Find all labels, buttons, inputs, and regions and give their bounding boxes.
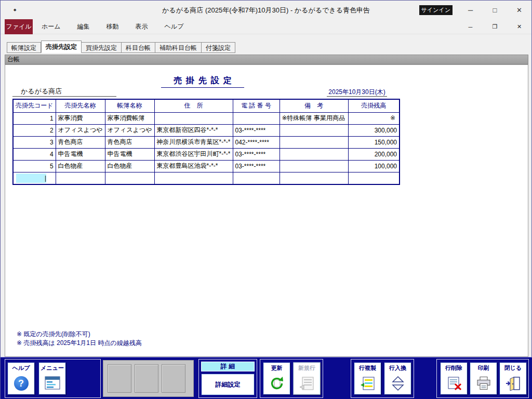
cell-phone[interactable]: 03-****-**** — [233, 124, 280, 136]
cell-name[interactable]: 青色商店 — [56, 136, 105, 148]
cell-balance[interactable]: 200,000 — [348, 148, 400, 160]
default-row-marker: ※ — [390, 114, 395, 122]
menu-edit[interactable]: 編集 — [75, 22, 92, 31]
tab-tag-settings[interactable]: 付箋設定 — [202, 42, 235, 53]
cell-note[interactable] — [280, 124, 348, 136]
new-row-button[interactable]: 新規行 — [293, 362, 321, 395]
table-row: 3 青色商店 青色商店 神奈川県横浜市青葉区*-*-* 042-****-***… — [13, 136, 400, 148]
detail-settings-button[interactable]: 詳細設定 — [201, 374, 255, 395]
help-button[interactable]: ヘルプ ? — [7, 362, 35, 395]
toolbar-group-help: ヘルプ ? メニュー — [5, 359, 101, 398]
new-code-cell[interactable]: | — [13, 172, 56, 184]
col-header-name: 売掛先名称 — [56, 99, 105, 112]
empty-slot — [135, 364, 158, 393]
company-name: かるがる商店 — [12, 87, 116, 97]
menu-home[interactable]: ホーム — [39, 22, 63, 31]
cell-balance[interactable]: 100,000 — [348, 160, 400, 172]
app-window: ◆ かるがる商店 (2025年(令和7年)10月30日) - かるがるできる青色… — [0, 0, 532, 399]
mdi-close-icon[interactable]: ✕ — [507, 19, 531, 34]
cell-address[interactable]: 神奈川県横浜市青葉区*-*-* — [154, 136, 233, 148]
menubar: ファイル ホーム 編集 移動 表示 ヘルプ ─ ❐ ✕ — [1, 19, 531, 34]
cell-name[interactable]: オフィスよつや — [56, 124, 105, 136]
cell-book[interactable]: 家事消費帳簿 — [105, 112, 154, 124]
mdi-restore-icon[interactable]: ❐ — [483, 19, 507, 34]
print-button[interactable]: 印刷 — [470, 362, 497, 395]
cell-code[interactable]: 1 — [13, 112, 56, 124]
cell-empty[interactable] — [233, 172, 280, 184]
cell-name[interactable]: 申告電機 — [56, 148, 105, 160]
duplicate-row-button[interactable]: 行複製 — [354, 362, 381, 395]
cell-code[interactable]: 4 — [13, 148, 56, 160]
table-row: 4 申告電機 申告電機 東京都渋谷区宇田川町*-*-* 03-****-****… — [13, 148, 400, 160]
swap-row-button[interactable]: 行入換 — [384, 362, 411, 395]
col-header-phone: 電 話 番 号 — [233, 99, 280, 112]
minimize-icon[interactable]: ─ — [458, 1, 483, 19]
cell-book[interactable]: 申告電機 — [105, 148, 154, 160]
col-header-note: 備 考 — [280, 99, 348, 112]
cell-note[interactable]: ※特殊帳簿 事業用商品 — [280, 112, 348, 124]
cell-empty[interactable] — [280, 172, 348, 184]
cell-code[interactable]: 3 — [13, 136, 56, 148]
cell-book[interactable]: 白色物産 — [105, 160, 154, 172]
window-controls: ─ □ ✕ — [458, 1, 531, 19]
cell-note[interactable] — [280, 148, 348, 160]
col-header-book: 帳簿名称 — [105, 99, 154, 112]
cell-empty[interactable] — [348, 172, 400, 184]
cell-code[interactable]: 2 — [13, 124, 56, 136]
cell-empty[interactable] — [105, 172, 154, 184]
menu-button[interactable]: メニュー — [38, 362, 66, 395]
menu-view[interactable]: 表示 — [134, 22, 150, 31]
signin-button[interactable]: サインイン — [419, 5, 453, 15]
detail-group-header: 詳 細 — [201, 362, 255, 371]
cell-phone[interactable] — [233, 112, 280, 124]
empty-slot — [108, 364, 131, 393]
cell-phone[interactable]: 03-****-**** — [233, 160, 280, 172]
col-header-code: 売掛先コード — [13, 99, 56, 112]
delete-row-icon — [446, 376, 462, 391]
content-panel: 売掛先設定 かるがる商店 2025年10月30日(木) 売掛先コード 売掛先名称… — [5, 64, 528, 357]
tab-ledger-settings[interactable]: 帳簿設定 — [7, 42, 41, 53]
cell-address[interactable]: 東京都渋谷区宇田川町*-*-* — [154, 148, 233, 160]
menu-move[interactable]: 移動 — [104, 22, 121, 31]
exit-door-icon — [506, 376, 521, 391]
cell-balance[interactable]: 150,000 — [348, 136, 400, 148]
cell-note[interactable] — [280, 160, 348, 172]
new-row-icon — [299, 376, 315, 391]
cell-code[interactable]: 5 — [13, 160, 56, 172]
cell-empty[interactable] — [154, 172, 233, 184]
cell-address[interactable]: 東京都新宿区四谷*-*-* — [154, 124, 233, 136]
table-header-row: 売掛先コード 売掛先名称 帳簿名称 住 所 電 話 番 号 備 考 売掛残高 — [13, 99, 400, 112]
cell-balance[interactable]: 300,000 — [348, 124, 400, 136]
tab-receivables-settings[interactable]: 売掛先設定 — [41, 41, 82, 53]
tab-account-ledger[interactable]: 科目台帳 — [122, 42, 155, 53]
tab-payables-settings[interactable]: 買掛先設定 — [82, 42, 122, 53]
cell-phone[interactable]: 03-****-**** — [233, 148, 280, 160]
cell-name[interactable]: 白色物産 — [56, 160, 105, 172]
menu-help[interactable]: ヘルプ — [163, 22, 186, 31]
cell-empty[interactable] — [56, 172, 105, 184]
duplicate-row-icon — [360, 376, 376, 391]
table-row: 5 白色物産 白色物産 東京都豊島区池袋*-*-* 03-****-**** 1… — [13, 160, 400, 172]
cell-book[interactable]: 青色商店 — [105, 136, 154, 148]
cell-name[interactable]: 家事消費 — [56, 112, 105, 124]
toolbar-group-detail: 詳 細 詳細設定 — [198, 359, 257, 398]
cell-address[interactable] — [154, 112, 233, 124]
mdi-window-controls: ─ ❐ ✕ — [458, 19, 531, 34]
cell-book[interactable]: オフィスよつや — [105, 124, 154, 136]
toolbar-group-rowedit: 行複製 行入換 — [351, 359, 414, 398]
delete-row-button[interactable]: 行削除 — [440, 362, 468, 395]
menu-file[interactable]: ファイル — [5, 19, 33, 34]
table-new-row: | — [13, 172, 400, 184]
maximize-icon[interactable]: □ — [483, 1, 507, 19]
close-icon[interactable]: ✕ — [507, 1, 531, 19]
cell-phone[interactable]: 042-****-**** — [233, 136, 280, 148]
cell-note[interactable] — [280, 136, 348, 148]
cell-address[interactable]: 東京都豊島区池袋*-*-* — [154, 160, 233, 172]
report-date: 2025年10月30日(木) — [327, 88, 387, 97]
update-button[interactable]: 更新 — [263, 362, 290, 395]
mdi-minimize-icon[interactable]: ─ — [458, 19, 483, 34]
code-input[interactable]: | — [16, 174, 46, 183]
close-window-button[interactable]: 閉じる — [499, 362, 527, 395]
footnotes: ※ 既定の売掛先(削除不可) ※ 売掛残高は 2025年1月1日 時点の繰越残高 — [17, 330, 142, 348]
tab-sub-account-ledger[interactable]: 補助科目台帳 — [155, 42, 202, 53]
